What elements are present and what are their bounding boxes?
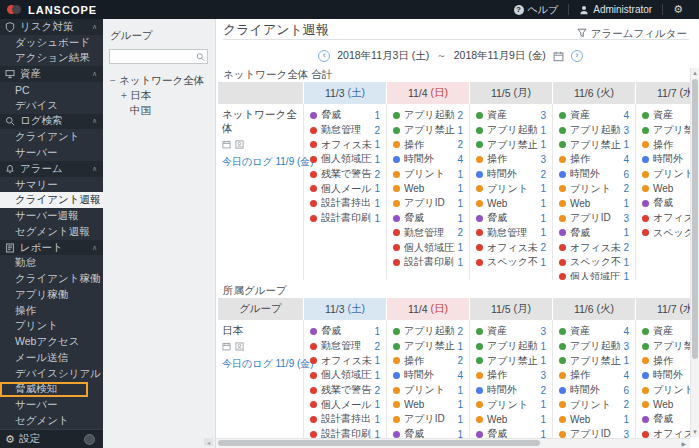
calendar-icon[interactable] xyxy=(222,139,231,151)
alarm-count-link[interactable]: 6 xyxy=(623,385,629,396)
sidebar-item-dashboard[interactable]: ダッシュボード xyxy=(0,35,103,51)
sidebar-item-report[interactable]: レポート∧ xyxy=(0,240,103,256)
alarm-count-link[interactable]: 2 xyxy=(374,125,380,136)
alarm-count-link[interactable]: 1 xyxy=(540,227,546,238)
alarm-count-link[interactable]: 1 xyxy=(623,139,629,150)
alarm-count-link[interactable]: 2 xyxy=(623,242,629,253)
alarm-count-link[interactable]: 3 xyxy=(540,110,546,121)
alarm-count-link[interactable]: 2 xyxy=(623,183,629,194)
alarm-count-link[interactable]: 3 xyxy=(623,429,629,438)
alarm-count-link[interactable]: 1 xyxy=(457,198,463,209)
sidebar-item-client-operation[interactable]: クライアント稼働 xyxy=(0,271,103,287)
alarm-count-link[interactable]: 1 xyxy=(374,198,380,209)
alarm-count-link[interactable]: 1 xyxy=(623,355,629,366)
alarm-count-link[interactable]: 1 xyxy=(374,139,380,150)
alarm-count-link[interactable]: 6 xyxy=(623,169,629,180)
alarm-count-link[interactable]: 1 xyxy=(540,213,546,224)
horizontal-scrollbar-thumb[interactable] xyxy=(218,440,540,446)
alarm-count-link[interactable]: 1 xyxy=(457,414,463,425)
sidebar-item-client[interactable]: クライアント xyxy=(0,129,103,145)
alarm-count-link[interactable]: 1 xyxy=(540,139,546,150)
sidebar-item-threat-detection[interactable]: 脅威検知 xyxy=(0,382,103,398)
topbar-settings-button[interactable]: ⚙ xyxy=(663,0,693,19)
collapse-icon[interactable]: − xyxy=(110,75,119,86)
sidebar-item-settings[interactable]: ⚙ 設定 xyxy=(0,429,103,448)
alarm-count-link[interactable]: 2 xyxy=(457,326,463,337)
alarm-count-link[interactable]: 1 xyxy=(457,242,463,253)
sidebar-item-server-weekly[interactable]: サーバー週報 xyxy=(0,208,103,224)
alarm-count-link[interactable]: 4 xyxy=(623,110,629,121)
scroll-right-icon[interactable]: ▶ xyxy=(681,440,686,448)
sidebar-item-operation[interactable]: 操作 xyxy=(0,303,103,319)
previous-week-button[interactable]: ‹ xyxy=(318,50,330,62)
alarm-count-link[interactable]: 1 xyxy=(374,110,380,121)
help-button[interactable]: ? ヘルプ xyxy=(504,0,569,19)
alarm-count-link[interactable]: 1 xyxy=(540,341,546,352)
alarm-count-link[interactable]: 2 xyxy=(457,110,463,121)
expand-icon[interactable]: + xyxy=(121,90,130,101)
alarm-count-link[interactable]: 1 xyxy=(457,183,463,194)
user-icon[interactable] xyxy=(235,139,244,151)
alarm-count-link[interactable]: 4 xyxy=(623,370,629,381)
sidebar-item-segment-weekly[interactable]: セグメント週報 xyxy=(0,224,103,240)
alarm-count-link[interactable]: 1 xyxy=(540,125,546,136)
sidebar-item-risk-measures[interactable]: リスク対策∧ xyxy=(0,19,103,35)
alarm-count-link[interactable]: 1 xyxy=(457,257,463,268)
alarm-count-link[interactable]: 1 xyxy=(540,198,546,209)
alarm-count-link[interactable]: 1 xyxy=(540,257,546,268)
tree-node[interactable]: −ネットワーク全体 xyxy=(110,73,215,88)
horizontal-scrollbar[interactable]: ▶ xyxy=(216,438,690,448)
alarm-count-link[interactable]: 2 xyxy=(457,355,463,366)
alarm-count-link[interactable]: 2 xyxy=(457,227,463,238)
sidebar-item-summary[interactable]: サマリー xyxy=(0,177,103,193)
tree-node[interactable]: +日本 xyxy=(121,88,215,103)
alarm-count-link[interactable]: 1 xyxy=(623,227,629,238)
alarm-count-link[interactable]: 1 xyxy=(374,355,380,366)
alarm-count-link[interactable]: 1 xyxy=(623,271,629,280)
alarm-count-link[interactable]: 1 xyxy=(540,183,546,194)
today-log-link[interactable]: 今日のログ 11/9 (金) xyxy=(222,357,301,371)
sidebar-item-action-results[interactable]: アクション結果 xyxy=(0,51,103,67)
alarm-count-link[interactable]: 2 xyxy=(540,242,546,253)
alarm-count-link[interactable]: 1 xyxy=(457,399,463,410)
alarm-count-link[interactable]: 1 xyxy=(457,169,463,180)
alarm-count-link[interactable]: 2 xyxy=(540,385,546,396)
alarm-count-link[interactable]: 3 xyxy=(540,326,546,337)
alarm-count-link[interactable]: 3 xyxy=(623,213,629,224)
group-panel-scroll-left-icon[interactable]: ◂ xyxy=(204,438,213,446)
sidebar-item-alarm[interactable]: アラーム∧ xyxy=(0,161,103,177)
sidebar-item-print[interactable]: プリント xyxy=(0,319,103,335)
sidebar-item-client-weekly[interactable]: クライアント週報 xyxy=(0,192,103,208)
sidebar-item-pc[interactable]: PC xyxy=(0,82,103,98)
alarm-count-link[interactable]: 3 xyxy=(540,154,546,165)
calendar-icon[interactable] xyxy=(222,341,231,353)
sidebar-item-web-access[interactable]: Webアクセス xyxy=(0,334,103,350)
sidebar-item-assets[interactable]: 資産∧ xyxy=(0,66,103,82)
sidebar-item-device-serial[interactable]: デバイスシリアル xyxy=(0,366,103,382)
alarm-count-link[interactable]: 1 xyxy=(457,385,463,396)
sidebar-item-mail-send[interactable]: メール送信 xyxy=(0,350,103,366)
calendar-icon[interactable] xyxy=(553,51,564,62)
vertical-scrollbar-thumb[interactable] xyxy=(692,79,698,359)
alarm-count-link[interactable]: 1 xyxy=(540,399,546,410)
alarm-count-link[interactable]: 1 xyxy=(540,414,546,425)
alarm-count-link[interactable]: 1 xyxy=(374,154,380,165)
alarm-count-link[interactable]: 1 xyxy=(457,341,463,352)
alarm-count-link[interactable]: 1 xyxy=(540,355,546,366)
alarm-count-link[interactable]: 1 xyxy=(623,414,629,425)
vertical-scrollbar[interactable]: ▲ ▼ xyxy=(690,68,699,437)
sidebar-item-app-operation[interactable]: アプリ稼働 xyxy=(0,287,103,303)
user-icon[interactable] xyxy=(235,341,244,353)
alarm-count-link[interactable]: 1 xyxy=(374,213,380,224)
alarm-count-link[interactable]: 1 xyxy=(623,198,629,209)
sidebar-item-log-search[interactable]: ログ検索∧ xyxy=(0,114,103,130)
alarm-count-link[interactable]: 3 xyxy=(540,370,546,381)
alarm-count-link[interactable]: 1 xyxy=(457,429,463,438)
scroll-up-icon[interactable]: ▲ xyxy=(691,68,699,78)
alarm-count-link[interactable]: 1 xyxy=(374,414,380,425)
alarm-count-link[interactable]: 1 xyxy=(374,399,380,410)
alarm-count-link[interactable]: 1 xyxy=(457,125,463,136)
alarm-count-link[interactable]: 1 xyxy=(623,257,629,268)
alarm-count-link[interactable]: 4 xyxy=(457,154,463,165)
alarm-count-link[interactable]: 4 xyxy=(623,326,629,337)
